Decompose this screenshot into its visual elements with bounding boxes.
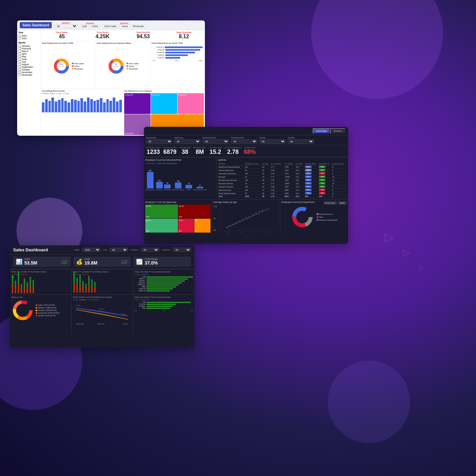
day-bar-chart [42, 96, 122, 112]
month-jul[interactable]: July [18, 60, 39, 63]
avg-salary-value: 6879 [163, 149, 177, 155]
dept-chart-title: Employee Count by Department [282, 201, 315, 203]
city-donut-svg [11, 299, 34, 322]
month-oct[interactable]: October [18, 68, 39, 71]
kpi-profit-pct-value: 94.53 [137, 34, 150, 40]
month-may[interactable]: May [18, 55, 39, 58]
travel-filter-select[interactable]: All [203, 139, 229, 144]
customer-row-4: Select [134, 307, 193, 309]
profit-channel-svg: 37.1% 37.2% 36.9% Wholesale Distributor … [73, 301, 131, 326]
month-aug[interactable]: August [18, 63, 39, 66]
filter3-online[interactable]: Online [120, 24, 129, 28]
channel-filter-select[interactable]: All [173, 248, 191, 252]
tab-attrition[interactable]: Attrition [330, 128, 346, 134]
product-filter-select[interactable]: All [141, 248, 159, 252]
scatter-svg: 10K 5K 0K 20 [213, 205, 279, 233]
age-filter-select[interactable]: All [174, 139, 201, 144]
filter1-label: Quatrer [62, 22, 70, 24]
sales-kpi-name: Sales [24, 258, 37, 260]
sales-product2-bars [73, 276, 131, 293]
chart-sale-type-2: Total Selling Price by SALE TYPE Product… [151, 41, 205, 89]
panel2-header: Overview Attrition [144, 127, 348, 135]
scatter-title: Average Salary by Age [213, 201, 279, 203]
filter3-wholesale[interactable]: Wholesaler [131, 24, 146, 28]
year-2021-checkbox[interactable]: 2021 [18, 34, 39, 37]
panel3-header: Sales Dashboard Date 2018 City All Produ… [10, 245, 194, 255]
month-feb[interactable]: February [18, 47, 39, 50]
kpi-profit-pct-label: Total Profit% [136, 31, 150, 34]
dept-donut-section: Employee Count by Department Emp Count S… [280, 200, 348, 236]
age-filter: AgeGroup All [174, 137, 201, 144]
profit-channel-legend: ● Profit ● Profit LY ● Profit Margin [73, 299, 131, 301]
dept-filter-label: Department [146, 137, 172, 139]
filter2-label: Quatrer [86, 22, 94, 24]
svg-text:0K: 0K [213, 229, 216, 231]
customer-bars: Linde CMPA C... Apothec... Victory Gl...… [134, 276, 193, 292]
tab-overview[interactable]: Overview [313, 128, 330, 134]
kpi-emp-count: Employee Count 1233 [146, 147, 160, 155]
svg-text:36.9%: 36.9% [122, 314, 126, 316]
date-filter-select[interactable]: 2018 [82, 248, 100, 252]
kpi-monthly-salary: Monthly Salary 8M [193, 147, 207, 155]
th-av-hike: Av. Hike [295, 162, 304, 165]
customer-bar2-title: Sales and Sales PY by Customer Names [134, 296, 193, 298]
svg-text:Wholesale: Wholesale [76, 323, 84, 325]
dept-filter: Department All [146, 137, 172, 144]
arrow-deco-2: ▷ [403, 247, 410, 258]
table-row: Human Resources 4037 2.684192 13.1 33% 2… [218, 169, 347, 172]
age-18-25: 18-25196 [178, 219, 194, 233]
emp-count-tab[interactable]: Emp Count [323, 201, 337, 205]
edu-bar-hr: 27 Human Resources [193, 184, 207, 191]
product6-row: Product6 [153, 49, 203, 51]
jobrole-filter-select[interactable]: All [288, 139, 314, 144]
month-nov[interactable]: November [18, 71, 39, 73]
month-apr[interactable]: April [18, 52, 39, 55]
panel2-charts-area: Employee Count by EducationField ● Depar… [144, 157, 348, 199]
gender-filter-select[interactable]: All [259, 139, 286, 144]
year-2021-input[interactable] [18, 34, 21, 37]
dept-filter-select[interactable]: All [146, 139, 172, 144]
customer-apothec: Apothec... [134, 280, 193, 282]
salary-tab[interactable]: Salary [338, 201, 347, 205]
table-row: Sales Executive 26937 2.806869 14.9 71% … [218, 188, 347, 192]
panel1-kpi-row: Total Sales 45 Total Profit 4.25K Total … [41, 30, 205, 41]
filter3-direct[interactable]: Direct Sales [103, 24, 119, 28]
avg-age-value: 38 [182, 149, 188, 155]
month-dec[interactable]: December [18, 73, 39, 76]
profit-channel-title: Profit, Profit LY and Profit Margin by C… [73, 296, 131, 298]
filter2-online[interactable]: Online [90, 24, 100, 28]
age-group-chart: Employee Count by AgeGroup 26-35490 46-5… [144, 200, 212, 236]
filter1-select[interactable]: All [54, 24, 77, 28]
table-row: Healthcare Representative 12240 2.777535… [218, 165, 347, 169]
year-2022-checkbox[interactable]: 2022 [18, 37, 39, 40]
year-2022-input[interactable] [18, 37, 21, 40]
filter2-cash[interactable]: Cash [80, 24, 89, 28]
table-row: Manager 9747 2.7217085 13.2 67% 24% 14 [218, 175, 347, 179]
svg-point-24 [255, 212, 257, 213]
th-av-age: Av. Age [262, 162, 270, 165]
panel1-sidebar: Year 2021 2022 Month January February Ma… [17, 30, 41, 136]
edu-filter-select[interactable]: All [231, 139, 257, 144]
kpi-total-qty-value: 8.12 [179, 34, 189, 40]
month-jun[interactable]: June [18, 58, 39, 60]
table-row-total: Total 123338 2.786879 15.2 68% 23% 7 [218, 195, 347, 198]
table-row: Manufacturing Director 13538 2.877429 15… [218, 179, 347, 182]
panel1-title: Sales Dashboard [20, 22, 52, 28]
sales-product-bars [11, 278, 70, 293]
kpi-total-sales-label: Total Sales [56, 31, 68, 34]
age-filter-label: AgeGroup [174, 137, 201, 139]
product43-row: Product43 [153, 51, 203, 53]
th-jobrole: JobRole [218, 162, 244, 165]
city-filter-select[interactable]: All [110, 248, 128, 252]
kpi-avg-salary: Average Salary 6879 [163, 147, 177, 155]
th-av-salary: Av. Salary [284, 162, 295, 165]
month-sep[interactable]: September [18, 66, 39, 68]
svg-text:4K: 4K [115, 64, 117, 65]
month-mar[interactable]: March [18, 50, 39, 52]
kpi-profit-pct: Total Profit% 94.53 [124, 31, 162, 40]
kpi-total-profit-label: Total Profit [97, 31, 108, 34]
customer-victory: Victory Gl... [134, 282, 193, 284]
customer-bar2-list: Linde Cim Group AutoMed... Select [134, 301, 193, 309]
month-jan[interactable]: January [18, 44, 39, 47]
bg-decoration-4 [328, 361, 410, 443]
